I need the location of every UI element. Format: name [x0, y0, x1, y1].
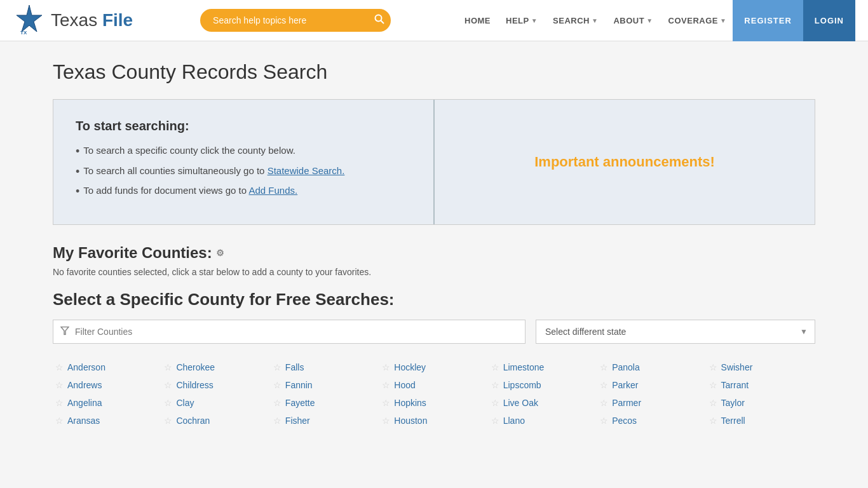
county-star-childress[interactable]: ☆ [164, 380, 172, 390]
county-star-andrews[interactable]: ☆ [55, 380, 64, 390]
start-searching-heading: To start searching: [76, 119, 411, 133]
chevron-down-icon: ▼ [531, 17, 538, 24]
search-button[interactable] [374, 14, 384, 27]
statewide-search-link[interactable]: Statewide Search. [268, 165, 345, 176]
county-link-houston[interactable]: Houston [394, 416, 427, 426]
county-star-cherokee[interactable]: ☆ [164, 362, 172, 372]
county-star-falls[interactable]: ☆ [273, 362, 281, 372]
county-star-angelina[interactable]: ☆ [55, 398, 64, 408]
county-link-llano[interactable]: Llano [503, 416, 525, 426]
county-link-live-oak[interactable]: Live Oak [503, 398, 538, 408]
county-link-parker[interactable]: Parker [612, 380, 638, 390]
register-button[interactable]: REGISTER [733, 0, 803, 41]
county-link-hopkins[interactable]: Hopkins [394, 398, 426, 408]
filter-counties-input[interactable] [53, 320, 526, 344]
info-item-1: To search a specific county click the co… [76, 145, 411, 159]
county-star-terrell[interactable]: ☆ [709, 416, 717, 426]
county-item: ☆ Hood [379, 377, 488, 393]
county-star-parker[interactable]: ☆ [600, 380, 608, 390]
county-item: ☆ Hopkins [379, 395, 488, 411]
state-select[interactable]: Select different state [536, 320, 815, 344]
county-link-tarrant[interactable]: Tarrant [721, 380, 749, 390]
county-link-hockley[interactable]: Hockley [394, 362, 426, 372]
county-star-clay[interactable]: ☆ [164, 398, 172, 408]
county-star-live-oak[interactable]: ☆ [491, 398, 499, 408]
county-link-falls[interactable]: Falls [285, 362, 304, 372]
county-item: ☆ Live Oak [489, 395, 597, 411]
svg-text:TX: TX [20, 30, 27, 36]
county-link-parmer[interactable]: Parmer [612, 398, 641, 408]
county-link-taylor[interactable]: Taylor [721, 398, 745, 408]
page-title: Texas County Records Search [53, 60, 815, 84]
county-star-fayette[interactable]: ☆ [273, 398, 281, 408]
info-item-3: To add funds for document views go to Ad… [76, 185, 411, 199]
county-star-aransas[interactable]: ☆ [55, 416, 64, 426]
county-star-taylor[interactable]: ☆ [709, 398, 717, 408]
county-link-lipscomb[interactable]: Lipscomb [503, 380, 541, 390]
county-star-fannin[interactable]: ☆ [273, 380, 281, 390]
county-link-pecos[interactable]: Pecos [612, 416, 637, 426]
county-link-cochran[interactable]: Cochran [176, 416, 210, 426]
county-link-terrell[interactable]: Terrell [721, 416, 745, 426]
county-link-angelina[interactable]: Angelina [67, 398, 102, 408]
logo[interactable]: TX Texas File [13, 4, 133, 37]
county-link-fannin[interactable]: Fannin [285, 380, 313, 390]
county-item: ☆ Parker [597, 377, 706, 393]
login-button[interactable]: LOGIN [803, 0, 855, 41]
county-star-tarrant[interactable]: ☆ [709, 380, 717, 390]
favorites-desc: No favorite counties selected, click a s… [53, 267, 815, 277]
search-area [133, 9, 458, 32]
county-star-hockley[interactable]: ☆ [382, 362, 390, 372]
nav-coverage[interactable]: COVERAGE ▼ [662, 11, 733, 30]
nav-help[interactable]: HELP ▼ [499, 11, 544, 30]
announcements-title: Important announcements! [534, 154, 715, 170]
info-list: To search a specific county click the co… [76, 145, 411, 199]
county-item: ☆ Fisher [271, 412, 379, 429]
nav-search[interactable]: SEARCH ▼ [546, 11, 604, 30]
county-star-limestone[interactable]: ☆ [491, 362, 499, 372]
nav: HOME HELP ▼ SEARCH ▼ ABOUT ▼ COVERAGE ▼ [458, 11, 733, 30]
county-link-swisher[interactable]: Swisher [721, 362, 753, 372]
county-link-clay[interactable]: Clay [176, 398, 194, 408]
gear-icon[interactable]: ⚙ [216, 248, 224, 258]
add-funds-link[interactable]: Add Funds. [248, 185, 297, 196]
county-star-hopkins[interactable]: ☆ [382, 398, 390, 408]
county-star-pecos[interactable]: ☆ [600, 416, 608, 426]
county-star-cochran[interactable]: ☆ [164, 416, 172, 426]
county-star-llano[interactable]: ☆ [491, 416, 499, 426]
logo-text: Texas File [51, 10, 133, 30]
county-item: ☆ Tarrant [707, 377, 815, 393]
county-item: ☆ Andrews [53, 377, 161, 393]
county-item: ☆ Angelina [53, 395, 161, 411]
county-item: ☆ Aransas [53, 412, 161, 429]
county-star-panola[interactable]: ☆ [600, 362, 608, 372]
county-link-aransas[interactable]: Aransas [67, 416, 100, 426]
county-star-anderson[interactable]: ☆ [55, 362, 64, 372]
svg-marker-0 [17, 5, 42, 32]
county-star-hood[interactable]: ☆ [382, 380, 390, 390]
county-link-fayette[interactable]: Fayette [285, 398, 315, 408]
county-star-fisher[interactable]: ☆ [273, 416, 281, 426]
county-link-childress[interactable]: Childress [176, 380, 213, 390]
state-select-wrapper: Select different state ▼ [536, 320, 815, 344]
county-link-anderson[interactable]: Anderson [67, 362, 105, 372]
county-star-houston[interactable]: ☆ [382, 416, 390, 426]
chevron-down-icon: ▼ [592, 17, 598, 24]
county-link-andrews[interactable]: Andrews [67, 380, 102, 390]
county-star-swisher[interactable]: ☆ [709, 362, 717, 372]
county-star-lipscomb[interactable]: ☆ [491, 380, 499, 390]
county-item: ☆ Panola [597, 359, 706, 376]
county-search-section: Select a Specific County for Free Search… [53, 290, 815, 429]
county-item: ☆ Hockley [379, 359, 488, 376]
nav-home[interactable]: HOME [458, 11, 497, 30]
county-link-cherokee[interactable]: Cherokee [176, 362, 215, 372]
county-link-panola[interactable]: Panola [612, 362, 640, 372]
search-input[interactable] [200, 9, 391, 32]
county-star-parmer[interactable]: ☆ [600, 398, 608, 408]
filter-row: Select different state ▼ [53, 320, 815, 344]
county-link-hood[interactable]: Hood [394, 380, 415, 390]
county-link-fisher[interactable]: Fisher [285, 416, 310, 426]
county-link-limestone[interactable]: Limestone [503, 362, 545, 372]
nav-about[interactable]: ABOUT ▼ [607, 11, 659, 30]
info-item-2-text: To search all counties simultaneously go… [83, 165, 344, 176]
